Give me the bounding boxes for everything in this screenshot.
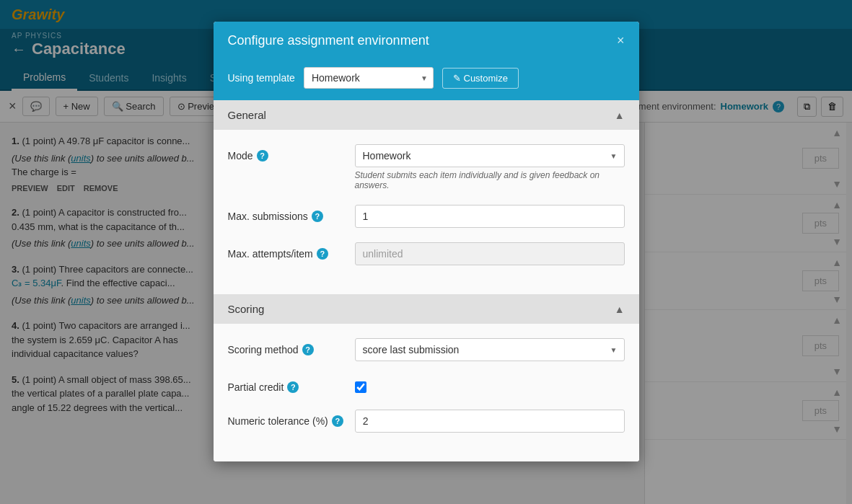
scoring-method-help-icon[interactable]: ? (302, 344, 314, 355)
partial-credit-checkbox[interactable] (355, 381, 366, 393)
mode-row: Mode ? Homework Quiz Test St (228, 144, 625, 190)
modal-configure: Configure assignment environment × Using… (214, 22, 639, 461)
general-section-header[interactable]: General ▲ (214, 100, 639, 130)
scoring-section-title: Scoring (228, 303, 265, 315)
mode-control: Homework Quiz Test Student submits each … (355, 144, 625, 190)
general-section-title: General (228, 109, 266, 121)
scoring-method-control: score last submission score best submiss… (355, 338, 625, 361)
partial-credit-help-icon[interactable]: ? (287, 381, 299, 393)
modal-close-button[interactable]: × (617, 33, 625, 48)
scoring-section-header[interactable]: Scoring ▲ (214, 294, 639, 324)
scoring-method-select-wrapper[interactable]: score last submission score best submiss… (355, 338, 625, 361)
general-section-body: Mode ? Homework Quiz Test St (214, 130, 639, 294)
max-attempts-input[interactable] (355, 242, 625, 265)
scoring-method-label: Scoring method (228, 344, 299, 355)
max-submissions-control[interactable] (355, 205, 625, 228)
numeric-tolerance-control[interactable] (355, 410, 625, 433)
max-attempts-help-icon[interactable]: ? (317, 248, 328, 260)
partial-credit-label: Partial credit (228, 381, 284, 393)
modal-title: Configure assignment environment (228, 33, 429, 48)
general-chevron: ▲ (615, 110, 625, 121)
numeric-tolerance-row: Numeric tolerance (%) ? (228, 410, 625, 433)
template-select[interactable]: Homework Quiz Test Practice (304, 67, 434, 89)
mode-help-icon[interactable]: ? (257, 150, 268, 162)
max-attempts-label: Max. attempts/item (228, 248, 313, 260)
customize-button[interactable]: ✎ Customize (442, 68, 519, 89)
mode-select[interactable]: Homework Quiz Test (355, 144, 625, 167)
mode-select-wrapper[interactable]: Homework Quiz Test (355, 144, 625, 167)
general-section: General ▲ Mode ? Homework (214, 100, 639, 294)
partial-credit-control[interactable] (355, 376, 625, 395)
mode-label: Mode (228, 150, 253, 162)
max-submissions-label: Max. submissions (228, 211, 308, 222)
max-attempts-row: Max. attempts/item ? (228, 242, 625, 265)
scoring-method-row: Scoring method ? score last submission s… (228, 338, 625, 361)
template-label: Using template (228, 72, 295, 84)
numeric-tolerance-help-icon[interactable]: ? (332, 415, 343, 427)
scoring-method-select[interactable]: score last submission score best submiss… (355, 338, 625, 361)
max-submissions-input[interactable] (355, 205, 625, 228)
partial-credit-row: Partial credit ? (228, 376, 625, 395)
max-submissions-row: Max. submissions ? (228, 205, 625, 228)
scoring-chevron: ▲ (615, 304, 625, 315)
numeric-tolerance-label: Numeric tolerance (%) (228, 415, 328, 427)
mode-hint: Student submits each item individually a… (355, 170, 625, 190)
scoring-section-body: Scoring method ? score last submission s… (214, 324, 639, 461)
numeric-tolerance-input[interactable] (355, 410, 625, 433)
max-attempts-control[interactable] (355, 242, 625, 265)
modal-overlay: Configure assignment environment × Using… (0, 0, 852, 504)
scoring-section: Scoring ▲ Scoring method ? score (214, 294, 639, 461)
max-submissions-help-icon[interactable]: ? (312, 211, 323, 222)
template-select-wrapper[interactable]: Homework Quiz Test Practice (304, 67, 434, 89)
